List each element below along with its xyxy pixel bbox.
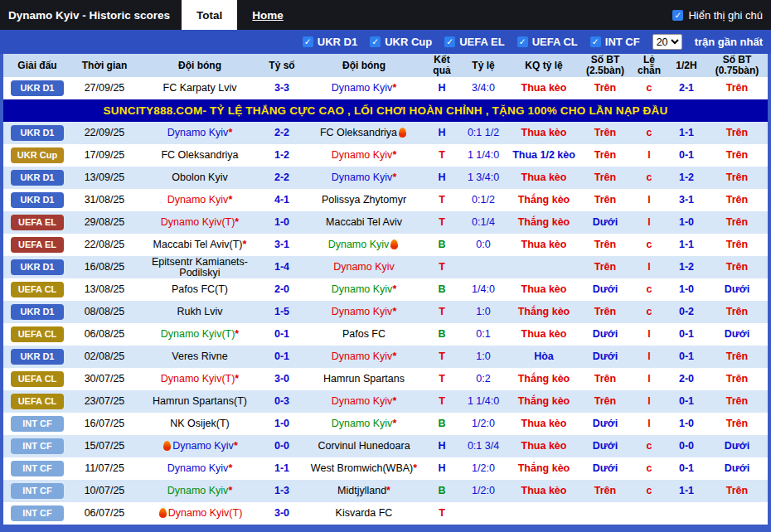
league-cell: UEFA CL — [3, 278, 71, 301]
date-cell: 22/09/25 — [71, 122, 138, 144]
home-team-cell: FC Oleksandriya — [138, 144, 262, 167]
result-cell: T — [426, 189, 458, 211]
ad-banner[interactable]: SUNCITY888.COM- TỶ LỆ THẮNG CỰC CAO , LỐ… — [3, 99, 768, 122]
handicap-result-cell: Thua 1/2 kèo — [509, 144, 579, 167]
away-team-cell: Midtjylland* — [302, 480, 426, 502]
over-under-2-5-cell — [579, 502, 632, 525]
team-name: Dynamo Kyiv — [332, 395, 393, 407]
result-cell: T — [426, 301, 458, 323]
team-note-star: * — [228, 485, 232, 496]
date-cell: 16/07/25 — [71, 413, 138, 435]
checkbox-icon[interactable] — [590, 36, 601, 47]
odd-even-cell: l — [632, 346, 667, 368]
date-cell: 06/08/25 — [71, 323, 138, 346]
match-row: UKR D116/08/25Epitsentr Kamianets-Podils… — [3, 256, 768, 278]
handicap-result-cell: Thua kèo — [509, 77, 579, 99]
handicap-result-cell — [509, 502, 579, 525]
league-badge: INT CF — [11, 483, 64, 499]
over-under-0-75-cell: Trên — [706, 211, 768, 234]
odd-even-cell: c — [632, 480, 667, 502]
filter-uefa-el[interactable]: UEFA EL — [444, 36, 504, 48]
league-cell: UEFA CL — [3, 368, 71, 390]
league-cell: UKR D1 — [3, 189, 71, 211]
team-note-star: * — [392, 351, 396, 362]
away-team-cell: Kisvarda FC — [302, 502, 426, 525]
team-name: Polissya Zhytomyr — [322, 194, 406, 206]
league-badge: INT CF — [11, 438, 64, 454]
over-under-0-75-cell: Trên — [706, 390, 768, 413]
handicap-result-cell: Thua kèo — [509, 167, 579, 189]
column-header: Tỷ lệ — [458, 54, 509, 77]
filter-ukr-cup[interactable]: UKR Cup — [370, 36, 432, 48]
match-row: UKR Cup17/09/25FC Oleksandriya1-2Dynamo … — [3, 144, 768, 167]
column-header: Đội bóng — [138, 54, 262, 77]
odd-even-cell: c — [632, 435, 667, 457]
date-cell: 11/07/25 — [71, 457, 138, 480]
half-time-score-cell: 0-1 — [667, 457, 706, 480]
team-name: West Bromwich(WBA) — [311, 462, 413, 474]
league-cell: UKR D1 — [3, 122, 71, 144]
handicap-cell: 1/2:0 — [458, 480, 509, 502]
team-note-star: * — [392, 283, 396, 295]
over-under-2-5-cell: Dưới — [579, 435, 632, 457]
odd-even-cell: c — [632, 278, 667, 301]
checkbox-icon[interactable] — [517, 36, 528, 47]
team-name: Dynamo Kyiv — [332, 306, 393, 317]
league-badge: UKR D1 — [11, 125, 64, 141]
handicap-cell: 1/4:0 — [458, 278, 509, 301]
handicap-result-cell: Thua kèo — [509, 122, 579, 144]
league-cell: UEFA CL — [3, 323, 71, 346]
team-name: Maccabi Tel Aviv(T) — [153, 239, 243, 250]
score-cell: 1-1 — [262, 457, 302, 480]
team-note-star: * — [392, 306, 396, 317]
page-title: Dynamo Kyiv - Historic scores — [0, 0, 182, 30]
tab-home[interactable]: Home — [237, 0, 298, 30]
home-team-cell: NK Osijek(T) — [138, 413, 262, 435]
team-note-star: * — [235, 328, 239, 340]
hot-match-icon — [159, 508, 167, 518]
half-time-score-cell: 0-1 — [667, 390, 706, 413]
over-under-0-75-cell: Trên — [706, 77, 768, 99]
league-badge: INT CF — [11, 416, 64, 432]
match-count-select[interactable]: 20 — [652, 34, 682, 50]
team-name: Pafos FC(T) — [172, 283, 228, 295]
result-cell: H — [426, 122, 458, 144]
home-team-cell: Hamrun Spartans(T) — [138, 390, 262, 413]
checkbox-icon[interactable] — [370, 36, 381, 47]
show-notes-checkbox-icon[interactable] — [672, 10, 683, 21]
over-under-0-75-cell: Dưới — [706, 278, 768, 301]
filter-uefa-cl[interactable]: UEFA CL — [517, 36, 578, 48]
column-header: Giải đấu — [3, 54, 71, 77]
filter-int-cf[interactable]: INT CF — [590, 36, 640, 48]
odd-even-cell: l — [632, 413, 667, 435]
over-under-0-75-cell: Trên — [706, 301, 768, 323]
handicap-cell: 0:2 — [458, 368, 509, 390]
team-name: Kisvarda FC — [336, 507, 393, 519]
home-team-cell: FC Karpaty Lviv — [138, 77, 262, 99]
over-under-2-5-cell: Dưới — [579, 457, 632, 480]
checkbox-icon[interactable] — [303, 36, 313, 47]
team-note-star: * — [392, 395, 396, 407]
score-cell: 0-1 — [262, 346, 302, 368]
result-cell: B — [426, 234, 458, 256]
tab-total[interactable]: Total — [182, 0, 237, 30]
result-cell: T — [426, 211, 458, 234]
date-cell: 16/08/25 — [71, 256, 138, 278]
checkbox-icon[interactable] — [444, 36, 455, 47]
team-name: Dynamo Kyiv — [167, 485, 229, 496]
team-name: Pafos FC — [342, 328, 386, 340]
handicap-result-cell: Thua kèo — [509, 480, 579, 502]
half-time-score-cell: 0-2 — [667, 301, 706, 323]
filter-ukr-d1[interactable]: UKR D1 — [303, 36, 357, 48]
match-row: UEFA CL23/07/25Hamrun Spartans(T)0-3Dyna… — [3, 390, 768, 413]
league-cell: UKR D1 — [3, 77, 71, 99]
league-cell: UEFA CL — [3, 390, 71, 413]
odd-even-cell: l — [632, 368, 667, 390]
show-notes-toggle[interactable]: Hiển thị ghi chú — [664, 0, 771, 30]
match-row: UKR D122/09/25Dynamo Kyiv*2-2FC Oleksand… — [3, 122, 768, 144]
league-badge: UKR D1 — [11, 80, 64, 96]
result-cell: H — [426, 457, 458, 480]
match-row: INT CF10/07/25Dynamo Kyiv*1-3Midtjylland… — [3, 480, 768, 502]
league-badge: UKR D1 — [11, 259, 64, 275]
handicap-cell: 0:1 1/2 — [458, 122, 509, 144]
